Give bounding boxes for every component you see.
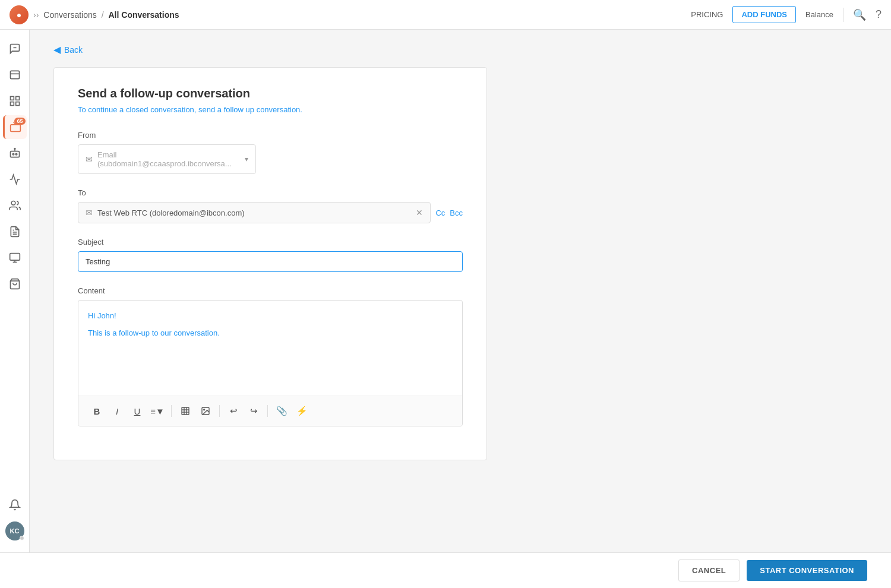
from-group: From ✉ Email (subdomain1@ccaasprod.ibcon… — [78, 131, 463, 174]
subject-group: Subject — [78, 238, 463, 272]
breadcrumb-sep: / — [102, 10, 104, 20]
to-remove-icon[interactable]: ✕ — [416, 208, 423, 217]
to-label: To — [78, 188, 463, 197]
app-logo[interactable]: ● — [10, 5, 29, 24]
sidebar-item-notifications[interactable] — [3, 493, 27, 517]
svg-rect-15 — [10, 254, 20, 261]
sidebar-item-contacts[interactable] — [3, 89, 27, 113]
to-group: To ✉ Test Web RTC (doloredomain@ibcon.co… — [78, 188, 463, 223]
content-editor-wrapper: Hi John! This is a follow-up to our conv… — [78, 300, 463, 426]
breadcrumb-current[interactable]: All Conversations — [109, 10, 179, 20]
to-row: ✉ Test Web RTC (doloredomain@ibcon.com) … — [78, 202, 463, 223]
content-toolbar: B I U ≡▼ ↩ ↪ — [78, 396, 462, 426]
pricing-link[interactable]: PRICING — [691, 10, 723, 19]
sidebar-item-inbox[interactable] — [3, 63, 27, 87]
content-area: ◀ Back Send a follow-up conversation To … — [30, 30, 891, 552]
redo-button[interactable]: ↪ — [245, 402, 263, 420]
attach-button[interactable]: 📎 — [273, 402, 290, 420]
avatar[interactable]: KC — [5, 521, 24, 540]
svg-rect-8 — [10, 151, 19, 157]
align-button[interactable]: ≡▼ — [148, 402, 166, 420]
navbar-right: PRICING ADD FUNDS Balance 🔍 ? — [691, 6, 881, 23]
lightning-button[interactable]: ⚡ — [293, 402, 311, 420]
subject-input[interactable] — [78, 251, 463, 272]
toolbar-sep-1 — [171, 405, 172, 417]
content-line2: This is a follow-up to our conversation. — [88, 327, 453, 340]
subject-label: Subject — [78, 238, 463, 246]
toolbar-sep-2 — [219, 405, 220, 417]
to-field: ✉ Test Web RTC (doloredomain@ibcon.com) … — [78, 202, 431, 223]
svg-rect-4 — [15, 97, 19, 100]
sidebar-item-shop[interactable] — [3, 272, 27, 296]
content-line1: Hi John! — [88, 310, 453, 323]
underline-button[interactable]: U — [128, 402, 146, 420]
sidebar-item-analytics[interactable] — [3, 167, 27, 191]
content-label: Content — [78, 286, 463, 295]
sidebar: 65 KC — [0, 30, 30, 552]
svg-point-9 — [12, 153, 14, 155]
help-icon[interactable]: ? — [876, 8, 881, 21]
sidebar-item-bot[interactable] — [3, 141, 27, 165]
breadcrumb-chevron: ›› — [33, 10, 39, 20]
form-subtitle: To continue a closed conversation, send … — [78, 105, 463, 114]
from-email-icon: ✉ — [86, 154, 93, 164]
svg-point-10 — [15, 153, 17, 155]
svg-point-11 — [14, 148, 15, 150]
image-button[interactable] — [197, 402, 214, 420]
avatar-status-dot — [20, 536, 24, 540]
cc-bcc-buttons: Cc Bcc — [435, 208, 463, 217]
form-title: Send a follow-up conversation — [78, 87, 463, 100]
table-button[interactable] — [176, 402, 194, 420]
balance-label: Balance — [805, 10, 833, 19]
svg-point-12 — [11, 201, 15, 206]
svg-rect-19 — [182, 407, 189, 415]
back-arrow-icon: ◀ — [53, 44, 61, 55]
to-field-value: Test Web RTC (doloredomain@ibcon.com) — [97, 208, 416, 217]
form-card: Send a follow-up conversation To continu… — [53, 67, 487, 460]
sidebar-item-teams[interactable] — [3, 194, 27, 217]
cancel-button[interactable]: CANCEL — [678, 559, 740, 581]
sidebar-badge: 65 — [14, 118, 25, 125]
navbar-divider — [843, 8, 843, 22]
svg-rect-5 — [10, 102, 14, 106]
back-link[interactable]: ◀ Back — [53, 44, 867, 55]
footer: CANCEL START CONVERSATION — [0, 552, 891, 588]
navbar: ● ›› Conversations / All Conversations P… — [0, 0, 891, 30]
svg-rect-7 — [11, 125, 21, 132]
from-select[interactable]: ✉ Email (subdomain1@ccaasprod.ibconversa… — [78, 144, 256, 174]
from-label: From — [78, 131, 463, 140]
from-select-text: Email (subdomain1@ccaasprod.ibconversa..… — [97, 150, 245, 168]
back-link-text: Back — [64, 45, 83, 55]
undo-button[interactable]: ↩ — [225, 402, 242, 420]
breadcrumb: Conversations / All Conversations — [43, 10, 179, 20]
breadcrumb-root[interactable]: Conversations — [43, 10, 97, 20]
start-conversation-button[interactable]: START CONVERSATION — [747, 560, 867, 581]
svg-point-25 — [204, 409, 205, 410]
add-funds-button[interactable]: ADD FUNDS — [732, 6, 796, 23]
sidebar-item-campaigns[interactable]: 65 — [3, 115, 27, 139]
main-layout: 65 KC — [0, 30, 891, 552]
avatar-initials: KC — [10, 527, 20, 535]
search-icon[interactable]: 🔍 — [853, 8, 866, 21]
from-dropdown-arrow-icon: ▾ — [245, 155, 248, 163]
svg-rect-6 — [15, 102, 19, 106]
content-group: Content Hi John! This is a follow-up to … — [78, 286, 463, 426]
sidebar-item-settings[interactable] — [3, 246, 27, 270]
cc-button[interactable]: Cc — [435, 208, 445, 217]
sidebar-item-templates[interactable] — [3, 220, 27, 244]
italic-button[interactable]: I — [108, 402, 126, 420]
content-editable[interactable]: Hi John! This is a follow-up to our conv… — [78, 301, 462, 396]
logo-icon: ● — [17, 10, 21, 20]
to-email-icon: ✉ — [86, 208, 93, 217]
bcc-button[interactable]: Bcc — [450, 208, 463, 217]
svg-rect-3 — [10, 97, 14, 100]
bold-button[interactable]: B — [88, 402, 106, 420]
toolbar-sep-3 — [267, 405, 268, 417]
sidebar-item-conversations[interactable] — [3, 37, 27, 61]
svg-rect-1 — [10, 71, 19, 78]
sidebar-bottom: KC — [3, 493, 27, 545]
